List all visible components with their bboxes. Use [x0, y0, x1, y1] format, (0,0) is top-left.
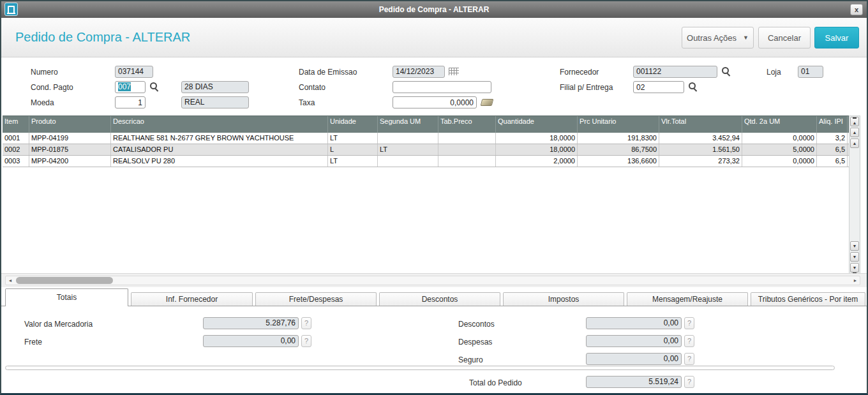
grid-cell[interactable]: REALTHANE 581 N-2677 GREY BROWN YACHTHOU… — [111, 133, 328, 144]
grid-cell[interactable]: CATALISADOR PU — [111, 144, 328, 155]
grid-column-header[interactable]: Unidade — [328, 116, 378, 133]
seguro-help-button[interactable]: ? — [684, 353, 694, 365]
grid-column-header[interactable]: Produto — [29, 116, 111, 133]
salvar-button[interactable]: Salvar — [814, 27, 859, 48]
grid-cell[interactable]: 273,32 — [659, 156, 742, 167]
total-pedido-help-button[interactable]: ? — [684, 376, 694, 388]
grid-cell[interactable]: 191,8300 — [578, 133, 659, 144]
grid-cell[interactable]: 136,6600 — [578, 156, 659, 167]
seguro-label: Seguro — [458, 355, 483, 364]
tab-frete-despesas[interactable]: Frete/Despesas — [255, 292, 377, 306]
grid-cell[interactable]: LT — [378, 144, 438, 155]
grid-header-row: ItemProdutoDescricaoUnidadeSegunda UMTab… — [3, 116, 849, 133]
cancelar-button[interactable]: Cancelar — [758, 27, 811, 48]
grid-cell[interactable]: L — [328, 144, 378, 155]
grid-column-header[interactable]: Item — [3, 116, 29, 133]
grid-column-header[interactable]: Aliq. IPI — [817, 116, 848, 133]
scroll-up-icon[interactable]: ▲ — [850, 138, 859, 148]
grid-cell[interactable]: MPP-04199 — [29, 133, 111, 144]
calculator-icon[interactable] — [481, 99, 494, 106]
grid-cell[interactable] — [438, 144, 496, 155]
grid-cell[interactable]: MPP-04200 — [29, 156, 111, 167]
hscroll-thumb[interactable] — [16, 277, 113, 284]
taxa-label: Taxa — [299, 98, 315, 107]
valor-mercadoria-help-button[interactable]: ? — [301, 317, 311, 329]
grid-cell[interactable]: 5,0000 — [742, 144, 817, 155]
grid-cell[interactable]: 86,7500 — [578, 144, 659, 155]
table-row[interactable]: 0001MPP-04199REALTHANE 581 N-2677 GREY B… — [3, 133, 849, 144]
grid-column-header[interactable]: Vlr.Total — [659, 116, 742, 133]
moeda-desc-field: REAL — [181, 96, 249, 108]
grid-cell[interactable]: 0003 — [3, 156, 29, 167]
grid-cell[interactable] — [378, 156, 438, 167]
grid-cell[interactable]: LT — [328, 133, 378, 144]
contato-input[interactable] — [393, 81, 491, 93]
frete-help-button[interactable]: ? — [301, 335, 311, 347]
cond-pagto-field[interactable]: 007 — [115, 81, 146, 93]
valor-mercadoria-label: Valor da Mercadoria — [24, 320, 93, 329]
taxa-input[interactable] — [393, 96, 477, 108]
grid-cell[interactable]: 0002 — [3, 144, 29, 155]
grid-cell[interactable]: 1.561,50 — [659, 144, 742, 155]
cancelar-label: Cancelar — [768, 33, 801, 43]
filial-entrega-input[interactable] — [633, 81, 684, 93]
descontos-help-button[interactable]: ? — [684, 317, 694, 329]
table-row[interactable]: 0002MPP-01875CATALISADOR PULLT18,000086,… — [3, 144, 849, 156]
grid-cell[interactable]: 6,5 — [817, 156, 848, 167]
grid-cell[interactable]: 0,0000 — [742, 156, 817, 167]
cond-pagto-search-icon[interactable] — [150, 82, 159, 91]
grid-vertical-scrollbar[interactable]: ▲ ▲▲ ▲ ▼ ▼▼ ▼ — [849, 116, 860, 274]
filial-entrega-search-icon[interactable] — [689, 82, 698, 91]
grid-horizontal-scrollbar[interactable]: ◄ ► — [5, 276, 860, 285]
grid-cell[interactable]: 3.452,94 — [659, 133, 742, 144]
grid-cell[interactable]: LT — [328, 156, 378, 167]
despesas-help-button[interactable]: ? — [684, 335, 694, 347]
scroll-first-icon[interactable]: ▲ — [850, 117, 859, 126]
grid-cell[interactable]: 3,2 — [817, 133, 848, 144]
grid-cell[interactable]: 0001 — [3, 133, 29, 144]
tab-totais[interactable]: Totais — [5, 288, 128, 306]
grid-column-header[interactable]: Segunda UM — [378, 116, 438, 133]
grid-column-header[interactable]: Quantidade — [496, 116, 578, 133]
despesas-label: Despesas — [458, 338, 492, 347]
scroll-last-icon[interactable]: ▼ — [850, 263, 859, 272]
scroll-page-up-icon[interactable]: ▲▲ — [850, 128, 859, 137]
grid-column-header[interactable]: Prc Unitario — [578, 116, 659, 133]
moeda-label: Moeda — [31, 98, 54, 107]
grid-cell[interactable]: 18,0000 — [496, 133, 578, 144]
grid-cell[interactable] — [438, 133, 496, 144]
grid-cell[interactable] — [378, 133, 438, 144]
grid-hscroll-zone: ◄ ► — [1, 273, 867, 287]
grid-cell[interactable]: 18,0000 — [496, 144, 578, 155]
fornecedor-search-icon[interactable] — [722, 67, 731, 76]
grid-cell[interactable]: 0,0000 — [742, 133, 817, 144]
table-row[interactable]: 0003MPP-04200REALSOLV PU 280LT2,0000136,… — [3, 156, 849, 167]
grid-cell[interactable]: 6,5 — [817, 144, 848, 155]
scroll-left-icon[interactable]: ◄ — [6, 276, 15, 285]
pedido-de-compra-window: Pedido de Compra - ALTERAR x Pedido de C… — [0, 0, 868, 395]
total-pedido-label: Total do Pedido — [469, 378, 522, 387]
moeda-input[interactable] — [115, 96, 146, 108]
grid-cell[interactable]: 2,0000 — [496, 156, 578, 167]
tab-inf-fornecedor[interactable]: Inf. Fornecedor — [131, 292, 253, 306]
scroll-right-icon[interactable]: ► — [851, 276, 860, 285]
close-icon[interactable]: x — [850, 4, 863, 15]
tab-tributos-gen-ricos-por-item[interactable]: Tributos Genéricos - Por item — [751, 292, 865, 306]
outras-acoes-button[interactable]: Outras Ações ▼ — [682, 27, 754, 48]
grid-cell[interactable]: MPP-01875 — [29, 144, 111, 155]
scroll-down-icon[interactable]: ▼ — [850, 241, 859, 251]
grid-cell[interactable]: REALSOLV PU 280 — [111, 156, 328, 167]
grid-column-header[interactable]: Qtd. 2a UM — [742, 116, 817, 133]
tab-descontos[interactable]: Descontos — [379, 292, 500, 306]
tab-mensagem-reajuste[interactable]: Mensagem/Reajuste — [627, 292, 748, 306]
grid-column-header[interactable]: Descricao — [111, 116, 328, 133]
scroll-page-down-icon[interactable]: ▼▼ — [850, 252, 859, 262]
calendar-icon[interactable] — [449, 68, 459, 75]
grid-column-header[interactable]: Tab.Preco — [438, 116, 496, 133]
grid-cell[interactable] — [438, 156, 496, 167]
fornecedor-label: Fornecedor — [560, 68, 599, 77]
tab-impostos[interactable]: Impostos — [503, 292, 624, 306]
window-title: Pedido de Compra - ALTERAR — [1, 5, 867, 14]
frete-field: 0,00 — [203, 335, 299, 347]
cond-pagto-desc-field: 28 DIAS — [181, 81, 249, 93]
